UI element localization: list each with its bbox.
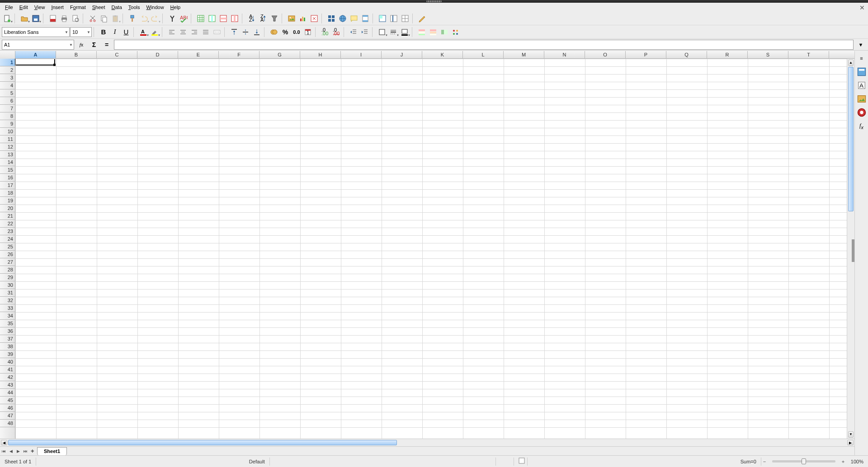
sidebar-toggle-button[interactable]: ≡ [856, 53, 867, 64]
zoom-in-button[interactable]: + [840, 459, 846, 464]
align-top-button[interactable] [229, 27, 240, 37]
zoom-slider[interactable] [772, 460, 835, 462]
column-header[interactable]: I [341, 51, 382, 58]
open-button[interactable]: ▼ [19, 13, 30, 24]
row-header[interactable]: 16 [0, 174, 15, 182]
scroll-right-button[interactable]: ▶ [847, 440, 854, 445]
row-header[interactable]: 48 [0, 420, 15, 427]
export-pdf-button[interactable] [47, 13, 58, 24]
menu-sheet[interactable]: Sheet [89, 4, 108, 11]
zoom-out-button[interactable]: − [761, 459, 768, 464]
gallery-panel-button[interactable] [856, 93, 867, 104]
border-color-button[interactable]: ▼ [399, 27, 410, 37]
undo-button[interactable]: ▼ [138, 13, 149, 24]
row-header[interactable]: 38 [0, 343, 15, 350]
hscroll-thumb[interactable] [8, 440, 397, 445]
row-header[interactable]: 21 [0, 212, 15, 220]
column-header[interactable]: A [15, 51, 56, 58]
insert-col-button[interactable] [207, 13, 217, 24]
column-header[interactable]: E [178, 51, 219, 58]
cond-format-2-button[interactable] [428, 27, 439, 37]
font-size-combo[interactable]: 10▼ [70, 27, 92, 37]
row-header[interactable]: 9 [0, 120, 15, 128]
equals-button[interactable]: = [101, 40, 112, 50]
cond-format-1-button[interactable] [416, 27, 427, 37]
align-center-button[interactable] [178, 27, 189, 37]
row-header[interactable]: 43 [0, 381, 15, 389]
column-header[interactable]: R [707, 51, 748, 58]
sheet-tab[interactable]: Sheet1 [37, 447, 67, 455]
close-window-button[interactable]: ✕ [858, 4, 866, 12]
sum-button[interactable]: Σ [89, 40, 99, 50]
add-decimal-button[interactable]: .0.00 [320, 27, 330, 37]
currency-button[interactable] [269, 27, 279, 37]
functions-panel-button[interactable]: fx [856, 121, 867, 131]
fill-handle[interactable] [53, 64, 56, 66]
save-button[interactable]: ▼ [30, 13, 41, 24]
hyperlink-button[interactable] [337, 13, 348, 24]
horizontal-scrollbar[interactable]: ◀ ▶ [0, 439, 854, 446]
status-signature[interactable] [514, 458, 528, 466]
row-header[interactable]: 31 [0, 289, 15, 297]
sort-desc-button[interactable]: ZA [258, 13, 269, 24]
show-draw-button[interactable] [417, 13, 428, 24]
vscroll-thumb[interactable] [848, 67, 854, 211]
split-handle-icon[interactable] [852, 239, 854, 262]
column-header[interactable]: H [300, 51, 341, 58]
increase-indent-button[interactable] [359, 27, 370, 37]
border-button[interactable]: ▼ [377, 27, 387, 37]
tab-next-button[interactable]: ▶ [14, 448, 22, 455]
tab-first-button[interactable]: ⏮ [0, 448, 7, 455]
column-header[interactable]: N [544, 51, 585, 58]
column-header[interactable]: O [585, 51, 626, 58]
row-header[interactable]: 47 [0, 412, 15, 420]
special-char-button[interactable] [326, 13, 337, 24]
menu-tools[interactable]: Tools [125, 4, 143, 11]
zoom-slider-knob[interactable] [802, 458, 806, 464]
new-doc-button[interactable]: ▼ [2, 13, 13, 24]
row-header[interactable]: 18 [0, 189, 15, 197]
align-justify-button[interactable] [200, 27, 211, 37]
column-header[interactable]: D [137, 51, 178, 58]
menu-window[interactable]: Window [143, 4, 167, 11]
row-header[interactable]: 6 [0, 97, 15, 105]
function-wizard-button[interactable]: fx [76, 40, 87, 50]
row-header[interactable]: 23 [0, 228, 15, 235]
align-right-button[interactable] [189, 27, 200, 37]
row-header[interactable]: 35 [0, 320, 15, 327]
font-color-button[interactable]: A▼ [138, 27, 149, 37]
split-window-button[interactable] [400, 13, 410, 24]
row-header[interactable]: 4 [0, 82, 15, 89]
menu-help[interactable]: Help [167, 4, 184, 11]
paste-button[interactable]: ▼ [110, 13, 121, 24]
column-header[interactable]: G [259, 51, 300, 58]
menu-view[interactable]: View [31, 4, 48, 11]
name-box[interactable]: A1▼ [2, 40, 74, 50]
merge-cells-button[interactable] [212, 27, 222, 37]
row-header[interactable]: 41 [0, 366, 15, 374]
tab-prev-button[interactable]: ◀ [7, 448, 14, 455]
cond-format-3-button[interactable] [439, 27, 450, 37]
row-header[interactable]: 26 [0, 251, 15, 258]
column-header[interactable]: M [504, 51, 544, 58]
align-middle-button[interactable] [240, 27, 251, 37]
insert-row-button[interactable] [195, 13, 206, 24]
expand-formula-button[interactable]: ▼ [855, 39, 866, 50]
status-insert-mode[interactable] [478, 458, 496, 466]
menu-file[interactable]: File [2, 4, 16, 11]
spellcheck-button[interactable]: ABC [178, 13, 189, 24]
row-header[interactable]: 13 [0, 151, 15, 159]
delete-col-button[interactable] [229, 13, 240, 24]
align-left-button[interactable] [166, 27, 177, 37]
underline-button[interactable]: U [121, 27, 132, 37]
row-header[interactable]: 40 [0, 358, 15, 366]
status-selection-mode[interactable] [496, 458, 514, 466]
row-header[interactable]: 10 [0, 128, 15, 135]
autofilter-button[interactable] [269, 13, 280, 24]
chevron-down-icon[interactable]: ▼ [69, 42, 73, 47]
row-header[interactable]: 8 [0, 112, 15, 120]
row-header[interactable]: 5 [0, 89, 15, 97]
cell-grid[interactable] [15, 59, 847, 439]
row-header[interactable]: 29 [0, 274, 15, 281]
redo-button[interactable]: ▼ [150, 13, 160, 24]
